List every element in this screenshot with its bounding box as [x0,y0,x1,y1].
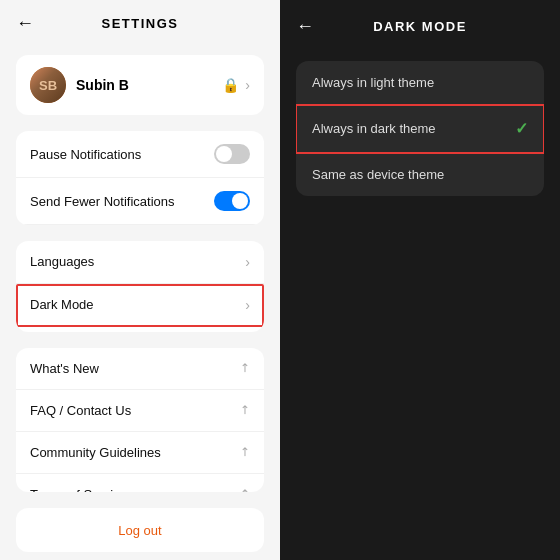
fewer-notifications-label: Send Fewer Notifications [30,194,175,209]
fewer-notifications-toggle[interactable] [214,191,250,211]
right-spacer [280,204,560,560]
light-theme-label: Always in light theme [312,75,434,90]
fewer-notifications-item[interactable]: Send Fewer Notifications [16,178,264,225]
dark-mode-arrow: › [245,297,250,313]
selected-checkmark: ✓ [515,119,528,138]
device-theme-label: Same as device theme [312,167,444,182]
dark-mode-panel: ← DARK MODE Always in light theme Always… [280,0,560,560]
spatial-audio-item[interactable]: Spatial Audio [16,327,264,332]
dark-mode-label: Dark Mode [30,297,94,312]
profile-right: 🔒 › [222,77,250,93]
logout-button[interactable]: Log out [16,508,264,552]
terms-arrow: ↗ [237,486,254,492]
community-item[interactable]: Community Guidelines ↗ [16,432,264,474]
logout-label: Log out [118,523,161,538]
whats-new-arrow: ↗ [237,360,254,377]
device-theme-option[interactable]: Same as device theme [296,153,544,196]
logout-section: Log out [16,508,264,552]
faq-label: FAQ / Contact Us [30,403,131,418]
profile-section[interactable]: SB Subin B 🔒 › [16,55,264,115]
community-label: Community Guidelines [30,445,161,460]
toggle-thumb-on [232,193,248,209]
dark-mode-options: Always in light theme Always in dark the… [296,61,544,196]
terms-label: Terms of Service [30,487,127,492]
profile-name: Subin B [76,77,129,93]
links-group: What's New ↗ FAQ / Contact Us ↗ Communit… [16,348,264,492]
terms-item[interactable]: Terms of Service ↗ [16,474,264,492]
back-button[interactable]: ← [16,13,34,34]
dark-mode-title: DARK MODE [330,19,510,34]
notifications-group: Pause Notifications Send Fewer Notificat… [16,131,264,225]
dark-theme-option[interactable]: Always in dark theme ✓ [296,105,544,153]
toggle-thumb [216,146,232,162]
languages-label: Languages [30,254,94,269]
whats-new-item[interactable]: What's New ↗ [16,348,264,390]
community-arrow: ↗ [237,444,254,461]
pause-notifications-item[interactable]: Pause Notifications [16,131,264,178]
dark-mode-header: ← DARK MODE [280,0,560,53]
dark-mode-back-button[interactable]: ← [296,16,314,37]
pause-notifications-label: Pause Notifications [30,147,141,162]
avatar-image: SB [30,67,66,103]
preferences-group: Languages › Dark Mode › Spatial Audio [16,241,264,332]
languages-arrow: › [245,254,250,270]
languages-item[interactable]: Languages › [16,241,264,284]
faq-item[interactable]: FAQ / Contact Us ↗ [16,390,264,432]
whats-new-label: What's New [30,361,99,376]
avatar: SB [30,67,66,103]
faq-arrow: ↗ [237,402,254,419]
settings-header: ← SETTINGS [0,0,280,47]
pause-notifications-toggle[interactable] [214,144,250,164]
profile-arrow: › [245,77,250,93]
dark-theme-label: Always in dark theme [312,121,436,136]
profile-left: SB Subin B [30,67,129,103]
light-theme-option[interactable]: Always in light theme [296,61,544,105]
settings-title: SETTINGS [101,16,178,31]
lock-icon: 🔒 [222,77,239,93]
dark-mode-item[interactable]: Dark Mode › [16,284,264,327]
settings-panel: ← SETTINGS SB Subin B 🔒 › Pause Notifica… [0,0,280,560]
